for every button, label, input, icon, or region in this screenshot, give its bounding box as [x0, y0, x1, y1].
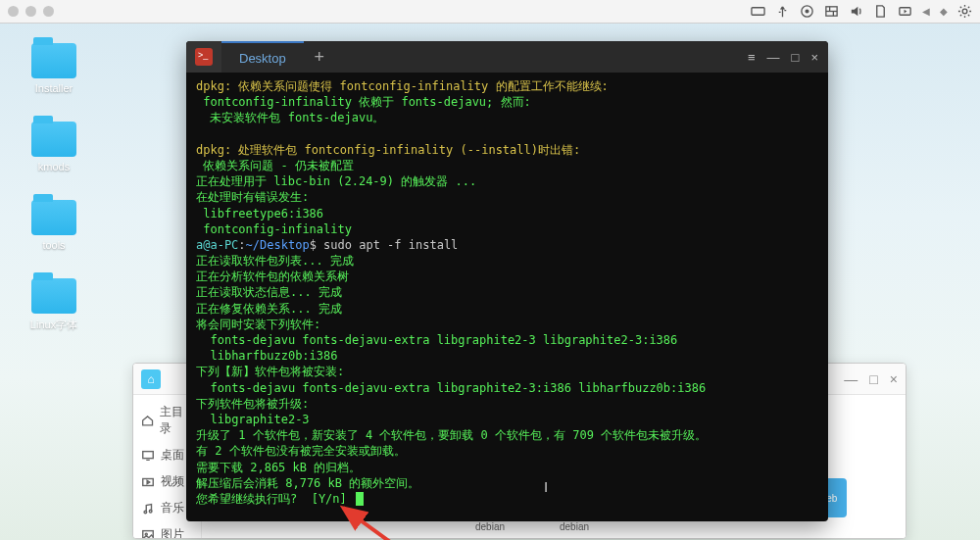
terminal-line: 有 2 个软件包没有被完全安装或卸载。	[196, 443, 818, 459]
file-item-label: debian	[560, 521, 589, 532]
folder-icon	[31, 278, 76, 314]
desktop-folder-tools[interactable]: tools	[20, 200, 88, 251]
terminal-line: 正在修复依赖关系... 完成	[196, 301, 818, 317]
desktop-icon-label: Linux字体	[30, 318, 77, 332]
target-icon[interactable]	[800, 4, 814, 19]
sidebar-item-label: 视频	[161, 473, 184, 490]
terminal-line: 在处理时有错误发生:	[196, 189, 818, 205]
terminal-line: 将会同时安装下列软件:	[196, 317, 818, 332]
svg-point-15	[144, 511, 147, 514]
sidebar-item-pictures[interactable]: 图片	[133, 521, 201, 539]
desktop-icon-label: Installer	[35, 82, 74, 94]
terminal-min-button[interactable]: —	[767, 50, 780, 65]
svg-point-18	[145, 533, 147, 535]
sidebar-item-label: 桌面	[161, 447, 184, 464]
terminal-prompt-line: a@a-PC:~/Desktop$ sudo apt -f install	[196, 237, 818, 253]
system-tray: ◀ ◆	[751, 4, 972, 19]
terminal-max-button[interactable]: □	[792, 50, 800, 65]
terminal-line: 未安装软件包 fonts-dejavu。	[196, 110, 818, 125]
svg-point-5	[806, 10, 808, 13]
terminal-line: 正在处理用于 libc-bin (2.24-9) 的触发器 ...	[196, 173, 818, 189]
traffic-light-max[interactable]	[43, 6, 54, 17]
dot-icon: ◆	[940, 6, 948, 17]
terminal-line: 正在读取状态信息... 完成	[196, 284, 818, 300]
terminal-line: dpkg: 依赖关系问题使得 fontconfig-infinality 的配置…	[196, 78, 818, 94]
terminal-window-controls: ≡ — □ ×	[748, 41, 828, 73]
terminal-line: dpkg: 处理软件包 fontconfig-infinality (--ins…	[196, 142, 818, 158]
keyboard-icon[interactable]	[751, 4, 765, 19]
terminal-app-icon	[186, 41, 221, 73]
svg-rect-0	[752, 8, 764, 16]
terminal-new-tab-button[interactable]: +	[304, 41, 335, 73]
sidebar-item-label: 音乐	[161, 500, 184, 516]
back-arrow-icon[interactable]: ◀	[922, 6, 930, 17]
file-item-label: debian	[475, 521, 505, 532]
terminal-line: fonts-dejavu fonts-dejavu-extra libgraph…	[196, 332, 818, 348]
desktop-icons: Installer kmods tools Linux字体	[20, 43, 88, 332]
terminal-line: 解压缩后会消耗 8,776 kB 的额外空间。	[196, 475, 818, 491]
terminal-confirm-line[interactable]: 您希望继续执行吗? [Y/n]	[196, 491, 818, 507]
terminal-cursor	[356, 492, 364, 506]
terminal-line: 下列【新】软件包将被安装:	[196, 364, 818, 379]
terminal-window[interactable]: Desktop + ≡ — □ × dpkg: 依赖关系问题使得 fontcon…	[186, 41, 828, 521]
desktop-folder-installer[interactable]: Installer	[20, 43, 88, 94]
fm-close-button[interactable]: ×	[890, 371, 898, 387]
folder-icon	[31, 200, 76, 235]
fm-max-button[interactable]: □	[869, 371, 877, 387]
file-icon[interactable]	[873, 4, 888, 19]
terminal-tab-active[interactable]: Desktop	[221, 41, 304, 73]
desktop-icon-label: tools	[42, 239, 65, 251]
terminal-line: 正在读取软件包列表... 完成	[196, 253, 818, 269]
sidebar-item-label: 图片	[161, 526, 184, 539]
volume-icon[interactable]	[849, 4, 863, 19]
terminal-output[interactable]: dpkg: 依赖关系问题使得 fontconfig-infinality 的配置…	[186, 73, 828, 521]
system-top-bar: ◀ ◆	[0, 0, 980, 24]
svg-rect-12	[143, 451, 154, 458]
terminal-line: 需要下载 2,865 kB 的归档。	[196, 460, 818, 475]
window-traffic-lights	[8, 6, 54, 17]
terminal-line: fontconfig-infinality	[196, 221, 818, 237]
terminal-line: fontconfig-infinality 依赖于 fonts-dejavu; …	[196, 94, 818, 110]
terminal-line: 升级了 1 个软件包，新安装了 4 个软件包，要卸载 0 个软件包，有 709 …	[196, 427, 818, 443]
desktop-folder-kmods[interactable]: kmods	[20, 122, 88, 172]
traffic-light-close[interactable]	[8, 6, 19, 17]
fm-min-button[interactable]: —	[844, 371, 858, 387]
desktop-icon-label: kmods	[38, 161, 70, 172]
terminal-line: fonts-dejavu fonts-dejavu-extra libgraph…	[196, 380, 818, 396]
usb-icon[interactable]	[775, 4, 790, 19]
folder-icon	[31, 122, 76, 157]
folder-icon	[31, 43, 76, 78]
terminal-line: libfreetype6:i386	[196, 206, 818, 221]
terminal-tab-bar: Desktop + ≡ — □ ×	[186, 41, 828, 73]
file-manager-window-controls: — □ ×	[844, 371, 898, 387]
settings-gear-icon[interactable]	[957, 4, 972, 19]
terminal-line: 下列软件包将被升级:	[196, 396, 818, 412]
traffic-light-min[interactable]	[25, 6, 36, 17]
terminal-line: 正在分析软件包的依赖关系树	[196, 269, 818, 284]
svg-point-16	[149, 510, 152, 513]
terminal-line: libharfbuzz0b:i386	[196, 348, 818, 364]
firewall-icon[interactable]	[824, 4, 839, 19]
media-icon[interactable]	[898, 4, 912, 19]
svg-point-11	[962, 9, 967, 14]
file-manager-app-icon: ⌂	[141, 369, 161, 389]
terminal-line	[196, 126, 818, 142]
terminal-line: libgraphite2-3	[196, 412, 818, 427]
terminal-line: 依赖关系问题 - 仍未被配置	[196, 158, 818, 173]
terminal-close-button[interactable]: ×	[810, 50, 818, 65]
desktop-folder-linux-fonts[interactable]: Linux字体	[20, 278, 88, 332]
terminal-menu-button[interactable]: ≡	[748, 50, 756, 65]
